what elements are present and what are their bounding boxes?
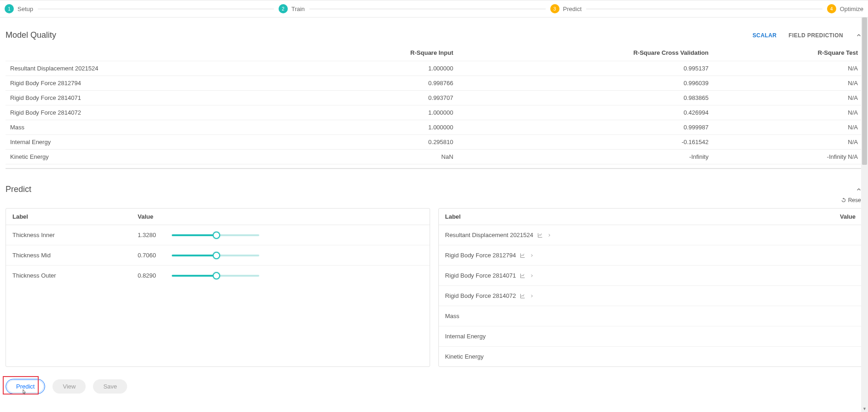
row-rsq-cv: 0.995137 [458,61,713,76]
chart-icon[interactable] [519,253,526,258]
row-rsq-input: 1.000000 [300,105,458,120]
table-row: Internal Energy0.295810-0.161542N/A [6,135,862,150]
chart-icon[interactable] [537,232,543,238]
step-number: 2 [279,4,288,13]
row-rsq-test: N/A [713,91,862,105]
output-row[interactable]: Rigid Body Force 2814072 [439,286,862,306]
output-label: Mass [445,313,460,319]
scroll-thumb[interactable] [862,17,867,165]
slider[interactable] [172,234,259,236]
row-label: Resultant Displacement 2021524 [6,61,300,76]
step-line [586,9,822,9]
row-rsq-cv: 0.426994 [458,105,713,120]
input-value: 0.7060 [138,252,165,259]
output-label: Resultant Displacement 2021524 [445,232,534,238]
output-row[interactable]: Rigid Body Force 2812794 [439,245,862,266]
chevron-right-icon[interactable] [530,253,534,258]
row-label: Rigid Body Force 2814071 [6,91,300,105]
table-row: Kinetic EnergyNaN-Infinity-Infinity N/A [6,150,862,164]
col-value: Value [131,209,430,225]
step-predict[interactable]: 3 Predict [550,4,582,13]
view-button[interactable]: View [52,379,86,394]
chevron-right-icon[interactable] [530,294,534,298]
output-row[interactable]: Kinetic Energy [439,347,862,367]
step-line [38,9,274,9]
col-rsq-cv: R-Square Cross Validation [458,43,713,61]
chart-icon[interactable] [519,293,526,299]
output-row[interactable]: Rigid Body Force 2814071 [439,266,862,286]
table-row: Rigid Body Force 28140721.0000000.426994… [6,105,862,120]
input-label: Thickness Mid [6,245,131,266]
slider-thumb[interactable] [213,252,220,259]
step-optimize[interactable]: 4 Optimize [827,4,863,13]
col-label [6,43,300,61]
row-label: Internal Energy [6,135,300,150]
scroll-down-icon[interactable]: ▼ [861,406,868,408]
col-label: Label [439,209,651,225]
row-rsq-test: N/A [713,76,862,91]
row-rsq-input: 1.000000 [300,61,458,76]
panel-divider [6,168,862,169]
predict-button[interactable]: Predict [6,379,45,394]
col-rsq-input: R-Square Input [300,43,458,61]
col-value: Value [650,209,862,225]
tab-scalar[interactable]: SCALAR [752,32,776,39]
row-rsq-cv: 0.983865 [458,91,713,105]
step-number: 1 [5,4,14,13]
stepper: 1 Setup 2 Train 3 Predict 4 Optimize [0,0,868,17]
step-line [309,9,546,9]
step-setup[interactable]: 1 Setup [5,4,33,13]
step-label: Optimize [840,6,863,12]
input-value: 0.8290 [138,272,165,279]
row-rsq-input: 0.295810 [300,135,458,150]
slider-thumb[interactable] [213,272,220,279]
chevron-right-icon[interactable] [547,233,552,238]
row-label: Kinetic Energy [6,150,300,164]
save-button[interactable]: Save [93,379,127,394]
output-row[interactable]: Resultant Displacement 2021524 [439,225,862,245]
section-title: Model Quality [6,30,56,40]
chevron-right-icon[interactable] [530,273,534,278]
input-label: Thickness Outer [6,266,131,286]
step-label: Setup [17,6,33,12]
input-label: Thickness Inner [6,225,131,245]
table-row: Rigid Body Force 28140710.9937070.983865… [6,91,862,105]
input-row: Thickness Mid0.7060 [6,245,430,266]
input-row: Thickness Outer0.8290 [6,266,430,286]
output-row[interactable]: Internal Energy [439,326,862,347]
step-train[interactable]: 2 Train [279,4,305,13]
slider[interactable] [172,255,259,256]
scrollbar[interactable]: ▲ ▼ [861,17,868,408]
row-rsq-input: 1.000000 [300,120,458,135]
row-rsq-input: NaN [300,150,458,164]
row-rsq-test: N/A [713,135,862,150]
row-rsq-test: N/A [713,120,862,135]
output-row[interactable]: Mass [439,306,862,326]
slider-thumb[interactable] [213,232,220,239]
row-rsq-cv: 0.996039 [458,76,713,91]
section-title: Predict [6,185,31,194]
output-label: Rigid Body Force 2814072 [445,292,516,299]
input-value: 1.3280 [138,232,165,238]
row-label: Rigid Body Force 2814072 [6,105,300,120]
table-row: Mass1.0000000.999987N/A [6,120,862,135]
output-label: Rigid Body Force 2812794 [445,252,516,259]
reset-label: Reset [848,197,862,203]
model-quality-table: R-Square Input R-Square Cross Validation… [6,43,862,164]
step-label: Predict [563,6,582,12]
output-label: Internal Energy [445,333,486,340]
row-rsq-cv: 0.999987 [458,120,713,135]
tab-field-prediction[interactable]: FIELD PREDICTION [789,32,843,39]
row-label: Rigid Body Force 2812794 [6,76,300,91]
step-label: Train [291,6,305,12]
chart-icon[interactable] [519,273,526,279]
model-quality-header: Model Quality SCALAR FIELD PREDICTION [6,30,862,40]
predict-header: Predict [6,185,862,194]
slider[interactable] [172,275,259,277]
output-label: Kinetic Energy [445,353,484,360]
row-rsq-test: -Infinity N/A [713,150,862,164]
reset-button[interactable]: Reset [841,197,862,203]
col-rsq-test: R-Square Test [713,43,862,61]
row-rsq-test: N/A [713,61,862,76]
col-label: Label [6,209,131,225]
